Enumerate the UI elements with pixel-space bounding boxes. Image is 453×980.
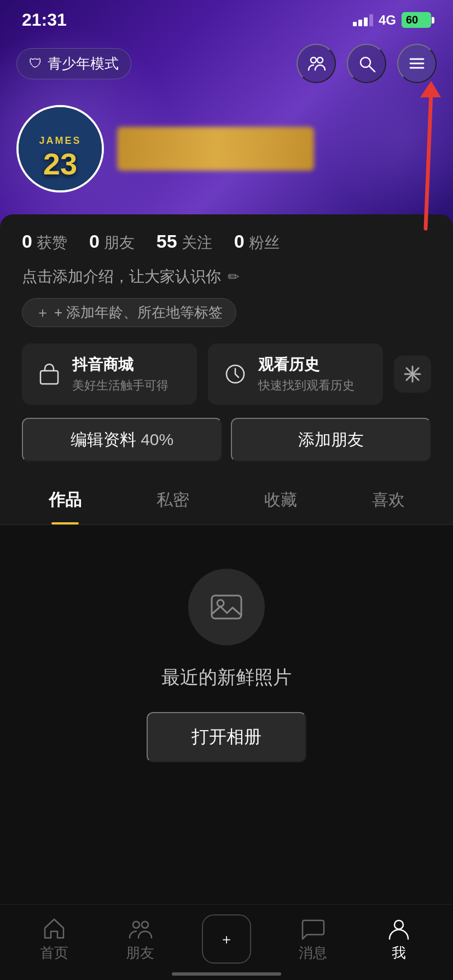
jersey-name-text: JAMES [39, 135, 81, 147]
stats-row: 0 获赞 0 朋友 55 关注 0 粉丝 [22, 231, 431, 253]
following-label: 关注 [182, 232, 212, 253]
add-friend-label: 添加朋友 [298, 429, 364, 451]
open-album-button[interactable]: 打开相册 [147, 712, 306, 762]
empty-state-title: 最近的新鲜照片 [161, 665, 292, 690]
photo-icon [207, 588, 246, 626]
bio-section[interactable]: 点击添加介绍，让大家认识你 ✏ [22, 266, 431, 287]
history-card[interactable]: 观看历史 快速找到观看历史 [208, 343, 383, 405]
followers-count: 0 [234, 231, 245, 252]
followers-label: 粉丝 [249, 232, 280, 253]
battery-icon: 60 [402, 12, 431, 28]
svg-point-18 [133, 921, 140, 928]
tab-works-label: 作品 [49, 491, 82, 509]
following-count: 55 [156, 231, 177, 252]
more-actions-button[interactable] [394, 355, 431, 393]
empty-state-icon [188, 569, 265, 645]
asterisk-icon [403, 364, 422, 384]
menu-icon-button[interactable] [397, 44, 437, 83]
bottom-navigation: 首页 朋友 ＋ 消息 我 [0, 904, 453, 980]
svg-point-20 [394, 920, 403, 929]
status-bar: 21:31 4G 60 [0, 0, 453, 36]
history-title: 观看历史 [258, 354, 355, 375]
shop-subtitle: 美好生活触手可得 [72, 377, 169, 394]
youth-mode-button[interactable]: 🛡 青少年模式 [16, 48, 131, 79]
messages-icon [300, 916, 326, 941]
avatar[interactable]: JAMES 23 [16, 105, 104, 192]
edit-profile-label: 编辑资料 40% [71, 429, 173, 451]
quick-actions-row: 抖音商城 美好生活触手可得 观看历史 快速找到观看历史 [22, 343, 431, 405]
stat-likes: 0 获赞 [22, 231, 67, 253]
friends-nav-icon [127, 916, 153, 941]
tab-private-label: 私密 [156, 491, 189, 509]
tabs-bar: 作品 私密 收藏 喜欢 [0, 472, 453, 525]
edit-profile-button[interactable]: 编辑资料 40% [22, 418, 222, 462]
tab-likes-label: 喜欢 [372, 491, 405, 509]
search-icon [357, 54, 376, 73]
likes-count: 0 [22, 231, 32, 252]
tab-favorites-label: 收藏 [264, 491, 297, 509]
bio-placeholder: 点击添加介绍，让大家认识你 [22, 266, 221, 287]
history-text: 观看历史 快速找到观看历史 [258, 354, 355, 394]
tags-button[interactable]: ＋ + 添加年龄、所在地等标签 [22, 298, 236, 327]
search-icon-button[interactable] [347, 44, 386, 83]
svg-point-0 [311, 57, 316, 63]
stat-friends: 0 朋友 [89, 231, 135, 253]
edit-profile-percent: 40% [141, 430, 173, 448]
svg-line-3 [369, 66, 375, 72]
nav-profile-label: 我 [392, 943, 406, 962]
svg-rect-16 [212, 596, 241, 619]
avatar-image: JAMES 23 [19, 107, 102, 190]
people-icon [306, 54, 326, 73]
shop-icon [35, 360, 63, 388]
shop-card[interactable]: 抖音商城 美好生活触手可得 [22, 343, 197, 405]
svg-point-1 [317, 57, 323, 63]
nav-post[interactable]: ＋ [199, 914, 254, 964]
svg-rect-10 [40, 371, 58, 384]
bottom-spacer [0, 806, 453, 894]
hamburger-icon [407, 54, 427, 73]
shop-title: 抖音商城 [72, 354, 169, 375]
status-time: 21:31 [22, 10, 67, 30]
signal-icon [353, 14, 373, 26]
tags-plus-icon: ＋ [36, 303, 50, 322]
stat-following: 55 关注 [156, 231, 212, 253]
youth-mode-label: 青少年模式 [48, 54, 119, 73]
friends-icon-button[interactable] [297, 44, 336, 83]
nav-friends-label: 朋友 [126, 943, 154, 962]
svg-point-17 [217, 600, 224, 606]
home-icon [42, 916, 67, 941]
nav-friends[interactable]: 朋友 [113, 916, 167, 962]
plus-icon: ＋ [219, 930, 234, 949]
username-blurred [117, 127, 314, 171]
tags-label: + 添加年龄、所在地等标签 [54, 303, 223, 322]
action-buttons-row: 编辑资料 40% 添加朋友 [22, 418, 431, 472]
tabs-section: 作品 私密 收藏 喜欢 [0, 472, 453, 525]
nav-profile[interactable]: 我 [371, 916, 426, 962]
nav-actions [297, 44, 437, 83]
jersey-number-text: 23 [43, 149, 77, 179]
tab-favorites[interactable]: 收藏 [226, 472, 334, 524]
history-icon [221, 360, 249, 388]
likes-label: 获赞 [37, 232, 67, 253]
tab-private[interactable]: 私密 [119, 472, 226, 524]
tab-likes[interactable]: 喜欢 [334, 472, 442, 524]
shop-text: 抖音商城 美好生活触手可得 [72, 354, 169, 394]
empty-state: 最近的新鲜照片 打开相册 [0, 525, 453, 806]
nav-home[interactable]: 首页 [27, 916, 82, 962]
post-plus-button[interactable]: ＋ [202, 914, 251, 964]
youth-mode-icon: 🛡 [29, 56, 42, 71]
tab-works[interactable]: 作品 [11, 472, 119, 524]
status-icons: 4G 60 [353, 12, 431, 28]
stats-section: 0 获赞 0 朋友 55 关注 0 粉丝 点击添加介绍，让大家认识你 ✏ ＋ +… [0, 214, 453, 472]
profile-section: JAMES 23 [0, 94, 453, 192]
add-friend-button[interactable]: 添加朋友 [231, 418, 431, 462]
network-type: 4G [379, 13, 396, 28]
open-album-label: 打开相册 [191, 727, 262, 746]
nav-home-label: 首页 [40, 943, 68, 962]
profile-nav-icon [386, 916, 411, 941]
home-indicator [172, 972, 281, 976]
svg-point-19 [142, 921, 148, 928]
nav-messages-label: 消息 [299, 943, 327, 962]
nav-messages[interactable]: 消息 [286, 916, 340, 962]
history-subtitle: 快速找到观看历史 [258, 377, 355, 394]
